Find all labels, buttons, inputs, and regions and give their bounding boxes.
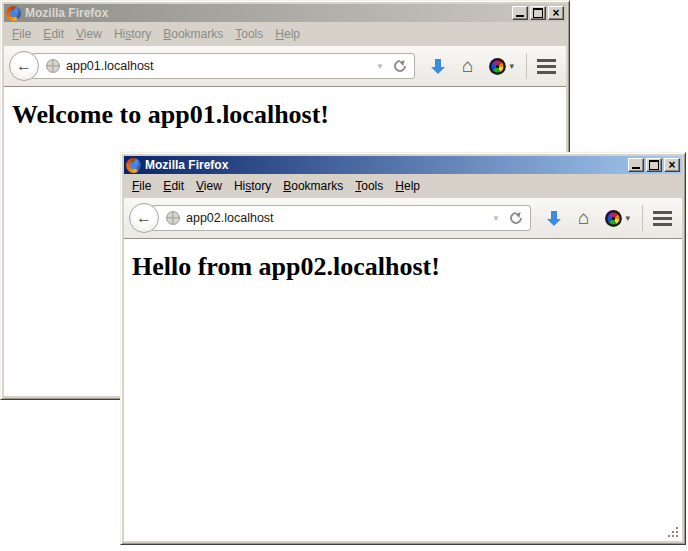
menu-bar: File Edit View History Bookmarks Tools H… bbox=[124, 174, 682, 198]
maximize-icon bbox=[649, 160, 659, 170]
menu-edit[interactable]: Edit bbox=[37, 25, 70, 43]
close-button[interactable]: × bbox=[664, 158, 680, 172]
close-icon: × bbox=[668, 159, 675, 171]
back-button[interactable]: ← bbox=[129, 203, 159, 233]
home-icon[interactable]: ⌂ bbox=[578, 208, 589, 227]
menu-help[interactable]: Help bbox=[269, 25, 306, 43]
globe-site-icon[interactable] bbox=[46, 59, 60, 73]
menu-view[interactable]: View bbox=[70, 25, 108, 43]
menu-bar: File Edit View History Bookmarks Tools H… bbox=[4, 22, 566, 46]
minimize-button[interactable] bbox=[628, 158, 644, 172]
menu-bookmarks[interactable]: Bookmarks bbox=[277, 177, 349, 195]
menu-hamburger-icon[interactable] bbox=[537, 59, 556, 74]
urlbar-dropdown-icon[interactable]: ▼ bbox=[376, 62, 384, 71]
titlebar[interactable]: Mozilla Firefox × bbox=[124, 156, 682, 174]
maximize-button[interactable] bbox=[530, 6, 546, 20]
downloads-icon[interactable] bbox=[547, 211, 561, 226]
addon-lens-button[interactable]: ▾ bbox=[605, 210, 630, 227]
lens-icon bbox=[605, 210, 622, 227]
reload-icon[interactable] bbox=[392, 58, 408, 74]
navigation-toolbar: ← app01.localhost ▼ ⌂ ▾ bbox=[4, 46, 566, 87]
minimize-button[interactable] bbox=[512, 6, 528, 20]
firefox-window-app02: Mozilla Firefox × File Edit View History… bbox=[120, 152, 686, 545]
maximize-button[interactable] bbox=[646, 158, 662, 172]
window-title: Mozilla Firefox bbox=[145, 158, 624, 172]
window-controls: × bbox=[628, 158, 680, 172]
titlebar[interactable]: Mozilla Firefox × bbox=[4, 4, 566, 22]
menu-file[interactable]: File bbox=[126, 177, 157, 195]
menu-help[interactable]: Help bbox=[389, 177, 426, 195]
url-bar[interactable]: app02.localhost ▼ bbox=[151, 205, 531, 231]
window-controls: × bbox=[512, 6, 564, 20]
page-heading: Hello from app02.localhost! bbox=[124, 239, 682, 282]
window-title: Mozilla Firefox bbox=[25, 6, 508, 20]
back-arrow-icon: ← bbox=[136, 209, 152, 227]
toolbar-separator bbox=[526, 53, 527, 79]
menu-bookmarks[interactable]: Bookmarks bbox=[157, 25, 229, 43]
navigation-toolbar: ← app02.localhost ▼ ⌂ ▾ bbox=[124, 198, 682, 239]
globe-site-icon[interactable] bbox=[166, 211, 180, 225]
close-button[interactable]: × bbox=[548, 6, 564, 20]
menu-hamburger-icon[interactable] bbox=[653, 211, 672, 226]
home-icon[interactable]: ⌂ bbox=[462, 56, 473, 75]
menu-tools[interactable]: Tools bbox=[349, 177, 389, 195]
menu-edit[interactable]: Edit bbox=[157, 177, 190, 195]
reload-icon[interactable] bbox=[508, 210, 524, 226]
firefox-logo-icon[interactable] bbox=[126, 158, 141, 173]
close-icon: × bbox=[552, 7, 559, 19]
back-arrow-icon: ← bbox=[16, 57, 32, 75]
url-text[interactable]: app02.localhost bbox=[186, 211, 486, 225]
page-content: Hello from app02.localhost! bbox=[124, 239, 682, 541]
menu-history[interactable]: History bbox=[108, 25, 157, 43]
minimize-icon bbox=[516, 15, 524, 17]
downloads-icon[interactable] bbox=[431, 59, 445, 74]
menu-file[interactable]: File bbox=[6, 25, 37, 43]
resize-grip[interactable] bbox=[666, 525, 680, 539]
page-heading: Welcome to app01.localhost! bbox=[4, 87, 566, 130]
urlbar-dropdown-icon[interactable]: ▼ bbox=[492, 214, 500, 223]
back-button[interactable]: ← bbox=[9, 51, 39, 81]
lens-caret-icon: ▾ bbox=[625, 213, 630, 223]
toolbar-separator bbox=[642, 205, 643, 231]
lens-caret-icon: ▾ bbox=[509, 61, 514, 71]
url-bar[interactable]: app01.localhost ▼ bbox=[31, 53, 415, 79]
menu-history[interactable]: History bbox=[228, 177, 277, 195]
menu-tools[interactable]: Tools bbox=[229, 25, 269, 43]
url-text[interactable]: app01.localhost bbox=[66, 59, 370, 73]
menu-view[interactable]: View bbox=[190, 177, 228, 195]
minimize-icon bbox=[632, 167, 640, 169]
maximize-icon bbox=[533, 8, 543, 18]
lens-icon bbox=[489, 58, 506, 75]
firefox-logo-icon[interactable] bbox=[6, 6, 21, 21]
addon-lens-button[interactable]: ▾ bbox=[489, 58, 514, 75]
